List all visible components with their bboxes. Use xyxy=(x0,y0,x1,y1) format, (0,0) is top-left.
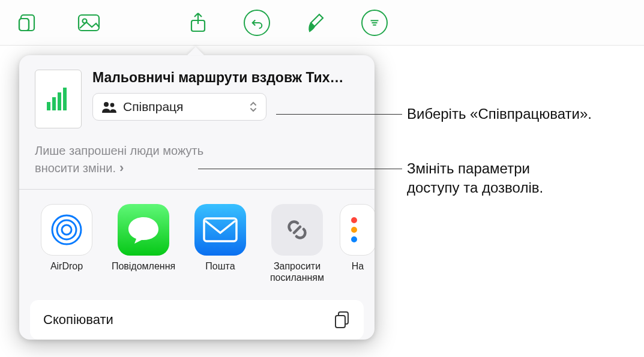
messages-icon xyxy=(118,204,169,256)
toolbar xyxy=(0,0,644,46)
svg-rect-1 xyxy=(19,19,29,31)
svg-point-21 xyxy=(351,236,357,242)
share-target-mail[interactable]: Пошта xyxy=(190,204,251,283)
undo-button[interactable] xyxy=(244,10,270,36)
link-icon xyxy=(271,204,323,256)
callout-select-collab: Виберіть «Співпрацювати». xyxy=(407,104,592,124)
share-targets-row: AirDrop Повідомлення Пошта Запросити пос… xyxy=(19,190,375,294)
share-target-invite-link[interactable]: Запросити посиланням xyxy=(266,204,328,283)
collab-mode-label: Співпраця xyxy=(123,100,243,114)
svg-point-13 xyxy=(104,102,109,107)
callout-line xyxy=(198,169,402,169)
document-thumbnail xyxy=(35,70,82,128)
insert-media-button[interactable] xyxy=(73,10,104,36)
format-brush-button[interactable] xyxy=(300,10,331,36)
svg-point-14 xyxy=(110,103,115,107)
document-title: Мальовничі маршрути вздовж Тих… xyxy=(92,70,359,86)
airdrop-icon xyxy=(41,204,92,256)
svg-point-20 xyxy=(351,227,357,233)
share-target-messages[interactable]: Повідомлення xyxy=(113,204,174,283)
svg-rect-23 xyxy=(336,316,345,328)
svg-point-19 xyxy=(351,217,357,223)
copy-icon xyxy=(334,311,351,329)
svg-point-16 xyxy=(57,220,76,239)
svg-point-15 xyxy=(62,225,71,235)
share-target-airdrop[interactable]: AirDrop xyxy=(36,204,97,283)
add-page-button[interactable] xyxy=(12,10,43,36)
svg-rect-9 xyxy=(47,102,50,110)
svg-rect-12 xyxy=(63,88,67,110)
reminders-icon xyxy=(340,204,375,256)
callout-line xyxy=(276,114,402,115)
svg-rect-18 xyxy=(204,218,236,241)
svg-rect-11 xyxy=(58,92,61,110)
share-target-reminders[interactable]: На xyxy=(343,204,372,283)
collaboration-mode-select[interactable]: Співпраця xyxy=(92,93,266,121)
more-menu-button[interactable] xyxy=(361,10,388,36)
svg-rect-10 xyxy=(52,97,56,110)
share-header: Мальовничі маршрути вздовж Тих… Співпрац… xyxy=(19,55,375,139)
permission-settings-link[interactable]: Лише запрошені люди можуть вносити зміни… xyxy=(19,139,375,189)
callout-change-access: Змініть параметри доступу та дозволів. xyxy=(407,159,575,198)
share-button[interactable] xyxy=(182,10,214,36)
mail-icon xyxy=(194,204,246,256)
copy-action[interactable]: Скопіювати xyxy=(30,300,364,340)
updown-chevron-icon xyxy=(249,101,257,113)
share-popover: Мальовничі маршрути вздовж Тих… Співпрац… xyxy=(19,55,375,340)
people-icon xyxy=(101,101,117,113)
